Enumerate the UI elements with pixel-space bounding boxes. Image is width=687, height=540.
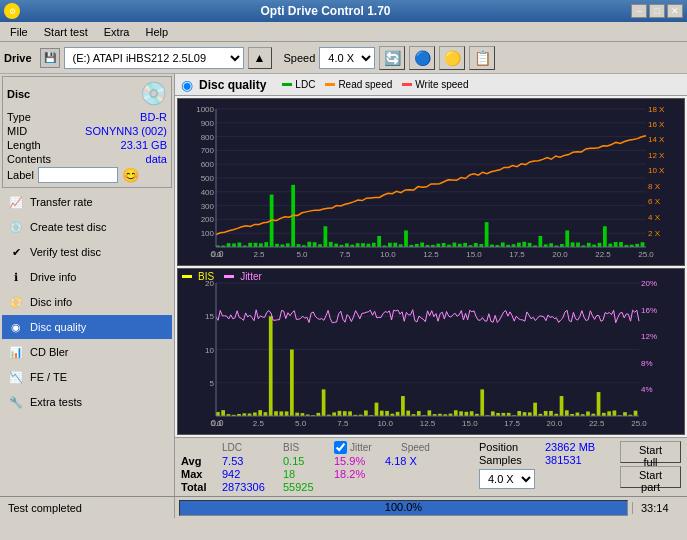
time-text: 33:14 — [632, 502, 687, 514]
sidebar-item-fe-te[interactable]: 📉 FE / TE — [2, 365, 172, 389]
stats-max-row: Max 942 18 18.2% — [181, 468, 451, 480]
sidebar-item-label-extra-tests: Extra tests — [30, 396, 82, 408]
stats-samples-value: 381531 — [545, 454, 600, 466]
legend-jitter: Jitter — [224, 271, 262, 282]
disc-header-label: Disc — [7, 88, 30, 100]
legend-write-speed: Write speed — [402, 79, 468, 90]
settings-button3[interactable]: 📋 — [469, 46, 495, 70]
sidebar-item-disc-quality[interactable]: ◉ Disc quality — [2, 315, 172, 339]
stats-avg-row: Avg 7.53 0.15 15.9% 4.18 X — [181, 455, 451, 467]
stats-position-value: 23862 MB — [545, 441, 600, 453]
sidebar-item-create-test[interactable]: 💿 Create test disc — [2, 215, 172, 239]
sidebar-item-label-fe-te: FE / TE — [30, 371, 67, 383]
verify-test-icon: ✔ — [8, 244, 24, 260]
maximize-button[interactable]: □ — [649, 4, 665, 18]
legend-read-speed-label: Read speed — [338, 79, 392, 90]
speed-select[interactable]: 4.0 X 2.0 X 8.0 X — [319, 47, 375, 69]
ldc-chart — [177, 98, 685, 266]
extra-tests-icon: 🔧 — [8, 394, 24, 410]
close-button[interactable]: ✕ — [667, 4, 683, 18]
disc-mid-value: SONYNN3 (002) — [85, 125, 167, 137]
drive-info-icon: ℹ — [8, 269, 24, 285]
disc-mid-label: MID — [7, 125, 27, 137]
sidebar-item-label-create-test: Create test disc — [30, 221, 106, 233]
disc-contents-label: Contents — [7, 153, 51, 165]
legend-write-speed-label: Write speed — [415, 79, 468, 90]
cd-bler-icon: 📊 — [8, 344, 24, 360]
stats-max-jitter: 18.2% — [334, 468, 379, 480]
start-buttons: Start full Start part — [620, 441, 681, 493]
disc-mid-row: MID SONYNN3 (002) — [7, 125, 167, 137]
stats-col-ldc-header: LDC — [222, 442, 277, 453]
sidebar-item-extra-tests[interactable]: 🔧 Extra tests — [2, 390, 172, 414]
disc-label-label: Label — [7, 169, 34, 181]
drivebar: Drive 💾 (E:) ATAPI iHBS212 2.5L09 ▲ Spee… — [0, 42, 687, 74]
status-text: Test completed — [0, 497, 175, 518]
eject-button[interactable]: ▲ — [248, 47, 272, 69]
menu-help[interactable]: Help — [137, 24, 176, 40]
menu-start-test[interactable]: Start test — [36, 24, 96, 40]
jitter-checkbox[interactable] — [334, 441, 347, 454]
app-title: Opti Drive Control 1.70 — [20, 4, 631, 18]
stats-avg-jitter: 15.9% — [334, 455, 379, 467]
stats-speed-select[interactable]: 4.0 X — [479, 469, 535, 489]
stats-position-row: Position 23862 MB — [479, 441, 600, 453]
sidebar-menu: 📈 Transfer rate 💿 Create test disc ✔ Ver… — [2, 190, 172, 414]
settings-button2[interactable]: 🟡 — [439, 46, 465, 70]
legend-ldc: LDC — [282, 79, 315, 90]
stats-col-main: LDC BIS Jitter Speed Avg 7.53 0.15 15.9%… — [181, 441, 451, 493]
drive-label: Drive — [4, 52, 32, 64]
refresh-button[interactable]: 🔄 — [379, 46, 405, 70]
sidebar-item-transfer-rate[interactable]: 📈 Transfer rate — [2, 190, 172, 214]
create-test-icon: 💿 — [8, 219, 24, 235]
stats-avg-label: Avg — [181, 455, 216, 467]
sidebar-item-disc-info[interactable]: 📀 Disc info — [2, 290, 172, 314]
app-icon: ⚙ — [4, 3, 20, 19]
disc-contents-row: Contents data — [7, 153, 167, 165]
disc-type-label: Type — [7, 111, 31, 123]
legend-bis-dot — [182, 275, 192, 278]
disc-length-label: Length — [7, 139, 41, 151]
settings-button1[interactable]: 🔵 — [409, 46, 435, 70]
sidebar-item-cd-bler[interactable]: 📊 CD Bler — [2, 340, 172, 364]
disc-type-row: Type BD-R — [7, 111, 167, 123]
fe-te-icon: 📉 — [8, 369, 24, 385]
minimize-button[interactable]: – — [631, 4, 647, 18]
sidebar-item-drive-info[interactable]: ℹ Drive info — [2, 265, 172, 289]
menu-file[interactable]: File — [2, 24, 36, 40]
disc-quality-icon: ◉ — [8, 319, 24, 335]
stats-max-bis: 18 — [283, 468, 328, 480]
drive-select[interactable]: (E:) ATAPI iHBS212 2.5L09 — [64, 47, 244, 69]
bis-chart: BIS Jitter — [177, 268, 685, 435]
disc-type-value: BD-R — [140, 111, 167, 123]
jitter-check[interactable]: Jitter — [334, 441, 395, 454]
main-layout: Disc 💿 Type BD-R MID SONYNN3 (002) Lengt… — [0, 74, 687, 496]
stats-avg-bis: 0.15 — [283, 455, 328, 467]
dq-icon: ◉ — [181, 77, 193, 93]
sidebar-item-verify-test[interactable]: ✔ Verify test disc — [2, 240, 172, 264]
chart1-legend: LDC Read speed Write speed — [282, 79, 468, 90]
stats-avg-ldc: 7.53 — [222, 455, 277, 467]
ldc-chart-canvas — [178, 99, 684, 265]
bis-chart-canvas — [178, 269, 684, 434]
start-full-button[interactable]: Start full — [620, 441, 681, 463]
stats-max-label: Max — [181, 468, 216, 480]
statusbar: Test completed 100.0% 33:14 — [0, 496, 687, 518]
disc-header: Disc 💿 — [7, 81, 167, 107]
sidebar-item-label-drive-info: Drive info — [30, 271, 76, 283]
stats-total-row: Total 2873306 55925 — [181, 481, 451, 493]
disc-label-input[interactable] — [38, 167, 118, 183]
sidebar-item-label-disc-info: Disc info — [30, 296, 72, 308]
drive-icon: 💾 — [40, 48, 60, 68]
stats-header-row: LDC BIS Jitter Speed — [181, 441, 451, 454]
disc-icon: 💿 — [140, 81, 167, 107]
stats-col-speed-header: Speed — [401, 442, 451, 453]
menu-extra[interactable]: Extra — [96, 24, 138, 40]
stats-col-right: Position 23862 MB Samples 381531 4.0 X — [479, 441, 600, 493]
legend-ldc-dot — [282, 83, 292, 86]
progress-area: 100.0% — [175, 497, 632, 518]
disc-length-value: 23.31 GB — [121, 139, 167, 151]
disc-label-row: Label 😊 — [7, 167, 167, 183]
stats-samples-label: Samples — [479, 454, 539, 466]
start-part-button[interactable]: Start part — [620, 466, 681, 488]
